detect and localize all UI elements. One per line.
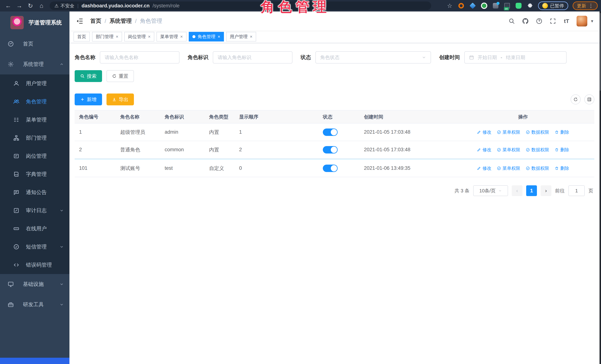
main-area: 首页 / 系统管理 / 角色管理 tT — [70, 11, 600, 364]
user-avatar[interactable] — [577, 16, 587, 27]
search-button[interactable]: 搜索 — [75, 70, 102, 82]
sidebar-item-system[interactable]: 系统管理 — [0, 54, 70, 74]
sidebar-item-dict[interactable]: 字典管理 — [0, 165, 70, 183]
browser-forward-button[interactable]: → — [14, 1, 24, 10]
chevron-down-icon — [422, 55, 426, 60]
add-button[interactable]: 新增 — [75, 94, 102, 105]
reset-button[interactable]: 重置 — [107, 70, 134, 82]
sidebar-item-infrastructure[interactable]: 基础设施 — [0, 274, 70, 294]
sidebar-item-posts[interactable]: 岗位管理 — [0, 147, 70, 165]
tab-posts[interactable]: 岗位管理 × — [124, 32, 154, 41]
goto-page-input[interactable] — [568, 185, 585, 196]
extensions-puzzle-icon[interactable] — [527, 2, 534, 9]
edit-link[interactable]: 修改 — [477, 165, 491, 171]
extension-orange-ring-icon[interactable] — [458, 2, 465, 9]
sidebar-item-departments[interactable]: 部门管理 — [0, 129, 70, 147]
sidebar-item-notice[interactable]: 通知公告 — [0, 183, 70, 201]
help-icon[interactable] — [535, 17, 543, 25]
page-number-button[interactable]: 1 — [526, 185, 537, 196]
browser-back-button[interactable]: ← — [3, 1, 13, 10]
browser-update-pill[interactable]: 更新 ⋮ — [573, 1, 598, 10]
next-page-button[interactable]: › — [541, 185, 551, 196]
github-icon[interactable] — [522, 17, 529, 25]
close-icon[interactable]: × — [148, 34, 150, 39]
column-settings-icon[interactable] — [584, 94, 594, 104]
menu-permission-link[interactable]: 菜单权限 — [497, 129, 520, 135]
sidebar-item-online-users[interactable]: 在线用户 — [0, 220, 70, 238]
sidebar-collapse-button[interactable] — [76, 17, 84, 25]
data-permission-link[interactable]: 数据权限 — [526, 147, 549, 153]
extension-green-circle-icon[interactable] — [481, 2, 488, 9]
delete-link[interactable]: 删除 — [555, 129, 569, 135]
extension-blue-diamond-icon[interactable] — [469, 2, 476, 9]
bookmark-star-icon[interactable]: ☆ — [446, 2, 453, 9]
page-scrollbar[interactable] — [600, 11, 601, 364]
sidebar-item-menus[interactable]: 菜单管理 — [0, 111, 70, 129]
tab-home[interactable]: 首页 — [73, 32, 90, 41]
data-permission-link[interactable]: 数据权限 — [526, 129, 549, 135]
sidebar-bottom-accent — [0, 358, 70, 364]
delete-link[interactable]: 删除 — [555, 165, 569, 171]
address-bar[interactable]: ⚠ 不安全 | dashboard.yudao.iocoder.cn /syst… — [50, 1, 431, 10]
range-separator: - — [501, 55, 502, 60]
page-size-select[interactable]: 10条/页 — [473, 185, 508, 196]
breadcrumb-section[interactable]: 系统管理 — [110, 17, 132, 25]
status-toggle[interactable] — [323, 165, 338, 172]
font-size-icon[interactable]: tT — [563, 17, 570, 25]
sidebar-item-audit-log[interactable]: 审计日志 — [0, 201, 70, 220]
role-name-input[interactable] — [105, 55, 175, 60]
extension-android-icon[interactable] — [515, 2, 522, 9]
log-edit-icon — [13, 207, 20, 214]
browser-menu-icon[interactable]: ⋮ — [588, 3, 593, 9]
role-name-field[interactable] — [100, 51, 180, 63]
status-toggle[interactable] — [323, 128, 338, 136]
app-logo[interactable]: 芋道管理系统 — [0, 11, 70, 34]
sidebar-item-sms[interactable]: 短信管理 — [0, 238, 70, 256]
menu-permission-link[interactable]: 菜单权限 — [497, 147, 520, 153]
role-key-field[interactable] — [213, 51, 292, 63]
col-role-type: 角色类型 — [205, 114, 235, 120]
role-key-input[interactable] — [218, 55, 288, 60]
tab-departments[interactable]: 部门管理 × — [92, 32, 122, 41]
extension-lines-icon[interactable]: on — [504, 2, 511, 9]
close-icon[interactable]: × — [250, 34, 252, 39]
sidebar-item-roles[interactable]: 角色管理 — [0, 93, 70, 111]
data-permission-link[interactable]: 数据权限 — [526, 165, 549, 171]
top-navbar: 首页 / 系统管理 / 角色管理 tT — [70, 11, 600, 30]
sidebar-item-users[interactable]: 用户管理 — [0, 74, 70, 93]
sidebar-item-home[interactable]: 首页 — [0, 34, 70, 54]
total-count: 共 3 条 — [454, 187, 470, 194]
profile-paused-pill[interactable]: 已暂停 — [538, 1, 568, 10]
delete-link[interactable]: 删除 — [555, 147, 569, 153]
browser-reload-button[interactable]: ↻ — [26, 1, 35, 10]
security-warning[interactable]: ⚠ 不安全 — [54, 3, 74, 9]
pagination: 共 3 条 10条/页 ‹ 1 › 前往 页 — [75, 185, 594, 196]
sidebar-item-dev-tools[interactable]: 研发工具 — [0, 294, 70, 315]
url-path: /system/role — [153, 3, 180, 9]
tab-roles[interactable]: 角色管理 × — [189, 32, 224, 41]
status-toggle[interactable] — [323, 146, 338, 154]
close-icon[interactable]: × — [116, 34, 118, 39]
refresh-icon[interactable] — [571, 94, 581, 104]
search-icon[interactable] — [508, 17, 515, 25]
export-button[interactable]: 导出 — [107, 94, 134, 105]
close-icon[interactable]: × — [180, 34, 183, 39]
edit-link[interactable]: 修改 — [477, 147, 491, 153]
fullscreen-icon[interactable] — [549, 17, 557, 25]
close-icon[interactable]: × — [218, 34, 220, 39]
edit-link[interactable]: 修改 — [477, 129, 491, 135]
col-created: 创建时间 — [360, 114, 452, 120]
date-range-picker[interactable]: 开始日期 - 结束日期 — [464, 51, 567, 63]
goto-label: 前往 — [555, 187, 565, 194]
scrollbar-thumb[interactable] — [600, 13, 601, 91]
tab-users[interactable]: 用户管理 × — [226, 32, 256, 41]
sidebar-item-error-codes[interactable]: 错误码管理 — [0, 256, 70, 274]
avatar-caret-icon[interactable]: ▾ — [591, 19, 593, 24]
breadcrumb-home[interactable]: 首页 — [90, 17, 101, 25]
browser-home-button[interactable]: ⌂ — [37, 1, 46, 10]
prev-page-button[interactable]: ‹ — [512, 185, 522, 196]
extension-grid-icon[interactable] — [492, 2, 499, 9]
tab-menus[interactable]: 菜单管理 × — [157, 32, 187, 41]
menu-permission-link[interactable]: 菜单权限 — [497, 165, 520, 171]
status-select[interactable]: 角色状态 — [315, 51, 431, 63]
